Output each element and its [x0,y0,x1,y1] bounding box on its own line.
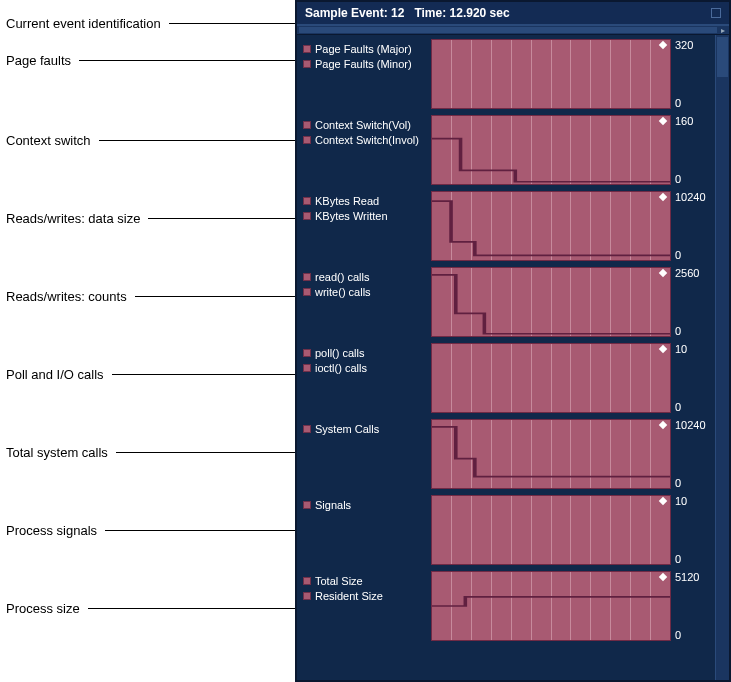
legend-swatch-icon [303,136,311,144]
strip-chart[interactable] [431,191,671,261]
metric-row: Signals100 [297,491,715,567]
metric-legend: read() callswrite() calls [303,267,431,337]
annotation-label: Process size [6,601,80,616]
y-max-label: 320 [675,39,711,51]
chart-wrap: 102400 [431,419,711,489]
strip-chart[interactable] [431,115,671,185]
annotation-leader-line [135,296,295,297]
annotation-leader-line [88,608,295,609]
legend-item[interactable]: KBytes Read [303,193,431,208]
horizontal-scrollbar[interactable]: ▸ [297,25,729,35]
strip-chart[interactable] [431,343,671,413]
strip-chart[interactable] [431,267,671,337]
annotation-leader-line [112,374,295,375]
y-axis: 25600 [671,267,711,337]
strip-chart[interactable] [431,571,671,641]
legend-item[interactable]: Signals [303,497,431,512]
y-min-label: 0 [675,173,711,185]
annotation-callout: Current event identification [6,15,295,31]
y-axis: 1600 [671,115,711,185]
strip-chart[interactable] [431,39,671,109]
legend-label: Resident Size [315,590,383,602]
y-min-label: 0 [675,553,711,565]
legend-item[interactable]: Total Size [303,573,431,588]
legend-swatch-icon [303,592,311,600]
v-scroll-thumb[interactable] [717,37,728,77]
legend-swatch-icon [303,197,311,205]
y-max-label: 10 [675,343,711,355]
chart-grid [432,344,670,412]
chart-trace [432,572,670,640]
annotation-label: Total system calls [6,445,108,460]
legend-swatch-icon [303,501,311,509]
time-label: Time: [414,6,446,20]
metric-row: read() callswrite() calls25600 [297,263,715,339]
legend-item[interactable]: Context Switch(Vol) [303,117,431,132]
metric-legend: Signals [303,495,431,565]
annotation-callout: Process signals [6,522,295,538]
annotation-callout: Context switch [6,132,295,148]
metric-row: KBytes ReadKBytes Written102400 [297,187,715,263]
legend-item[interactable]: read() calls [303,269,431,284]
chart-trace [432,420,670,488]
annotation-label: Process signals [6,523,97,538]
metric-row: Page Faults (Major)Page Faults (Minor)32… [297,35,715,111]
legend-item[interactable]: Page Faults (Major) [303,41,431,56]
h-scroll-thumb[interactable] [299,27,717,33]
annotation-callout: Reads/writes: counts [6,288,295,304]
metric-row: poll() callsioctl() calls100 [297,339,715,415]
y-axis: 3200 [671,39,711,109]
event-value: 12 [391,6,404,20]
header-text: Sample Event: 12 Time: 12.920 sec [305,6,510,20]
legend-item[interactable]: ioctl() calls [303,360,431,375]
legend-item[interactable]: Page Faults (Minor) [303,56,431,71]
time-unit: sec [490,6,510,20]
annotation-label: Current event identification [6,16,161,31]
metric-legend: poll() callsioctl() calls [303,343,431,413]
legend-item[interactable]: System Calls [303,421,431,436]
annotation-label: Page faults [6,53,71,68]
chart-wrap: 3200 [431,39,711,109]
metric-row: System Calls102400 [297,415,715,491]
legend-item[interactable]: write() calls [303,284,431,299]
annotation-leader-line [105,530,295,531]
legend-item[interactable]: poll() calls [303,345,431,360]
legend-swatch-icon [303,121,311,129]
legend-label: KBytes Written [315,210,388,222]
legend-label: Context Switch(Invol) [315,134,419,146]
annotation-leader-line [169,23,295,24]
y-max-label: 10 [675,495,711,507]
legend-item[interactable]: Context Switch(Invol) [303,132,431,147]
y-max-label: 160 [675,115,711,127]
annotation-callout: Process size [6,600,295,616]
strip-chart[interactable] [431,419,671,489]
window-control-icon[interactable] [711,8,721,18]
annotation-label: Reads/writes: counts [6,289,127,304]
chart-trace [432,192,670,260]
chart-wrap: 100 [431,343,711,413]
legend-label: Signals [315,499,351,511]
legend-swatch-icon [303,364,311,372]
chart-grid [432,496,670,564]
metric-row: Total SizeResident Size51200 [297,567,715,643]
y-axis: 100 [671,343,711,413]
metric-row: Context Switch(Vol)Context Switch(Invol)… [297,111,715,187]
metric-legend: System Calls [303,419,431,489]
y-min-label: 0 [675,401,711,413]
vertical-scrollbar[interactable] [715,35,729,680]
legend-item[interactable]: KBytes Written [303,208,431,223]
y-axis: 100 [671,495,711,565]
h-scroll-arrow-icon[interactable]: ▸ [718,26,728,34]
annotation-callout: Poll and I/O calls [6,366,295,382]
strip-chart[interactable] [431,495,671,565]
chart-wrap: 102400 [431,191,711,261]
annotation-callout: Total system calls [6,444,295,460]
y-min-label: 0 [675,249,711,261]
annotation-leader-line [148,218,295,219]
annotation-callout: Page faults [6,52,295,68]
legend-item[interactable]: Resident Size [303,588,431,603]
chart-wrap: 100 [431,495,711,565]
annotation-leader-line [99,140,295,141]
legend-swatch-icon [303,273,311,281]
legend-swatch-icon [303,577,311,585]
